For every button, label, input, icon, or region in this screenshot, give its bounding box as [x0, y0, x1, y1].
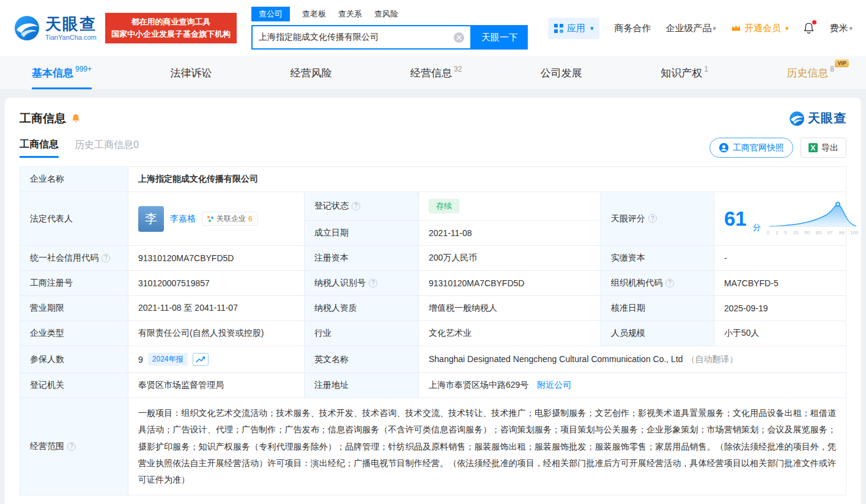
excel-icon: [809, 143, 818, 152]
subtab-current-info[interactable]: 工商信息: [20, 138, 59, 158]
reg-number-value: 310120007519857: [128, 271, 305, 296]
search-tab-relation[interactable]: 查关系: [338, 7, 362, 21]
approval-date-value: 2025-09-19: [714, 296, 846, 321]
table-row: 登记机关 奉贤区市场监督管理局 注册地址 上海市奉贤区场中路629号 附近公司: [20, 373, 846, 398]
score-unit: 分: [753, 222, 761, 233]
subtab-actions: 工商官网快照 导出: [709, 138, 846, 158]
search-tab-risk[interactable]: 查风险: [374, 7, 398, 21]
tab-basic-info[interactable]: 基本信息 999+: [32, 56, 92, 89]
company-name-label: 企业名称: [20, 167, 128, 192]
tianyancha-logo-icon: [789, 111, 805, 127]
help-icon[interactable]: ?: [648, 214, 657, 223]
tab-label: 经营信息: [410, 66, 452, 80]
table-row: 营业期限 2021-11-08 至 2041-11-07 纳税人资质 增值税一般…: [20, 296, 846, 321]
legal-rep-avatar[interactable]: 李: [138, 206, 164, 232]
search-area: 查公司 查老板 查关系 查风险 天眼一下: [251, 7, 528, 50]
section-title: 工商信息: [20, 111, 66, 127]
chevron-down-icon: ▾: [590, 24, 594, 32]
table-row: 企业名称 上海指定能成文化传播有限公司: [20, 167, 846, 192]
card-header: 工商信息 天眼查: [20, 110, 846, 127]
tab-legal-proceedings[interactable]: 法律诉讼: [170, 56, 212, 89]
legal-rep-cell: 李 李嘉格 关联企业 6: [128, 192, 305, 246]
card-brand-logo: 天眼查: [789, 110, 846, 127]
tianyancha-logo-icon: [13, 15, 40, 42]
staff-size-label: 人员规模: [601, 321, 714, 346]
search-tabs: 查公司 查老板 查关系 查风险: [251, 7, 528, 21]
nearby-companies-link[interactable]: 附近公司: [537, 380, 571, 390]
table-row: 经营范围? 一般项目：组织文化艺术交流活动；技术服务、技术开发、技术咨询、技术交…: [20, 398, 846, 495]
user-menu[interactable]: 费米 ▾: [829, 23, 853, 34]
help-icon[interactable]: ?: [665, 279, 674, 287]
snapshot-person-icon: [719, 143, 729, 153]
score-label: 天眼评分?: [601, 192, 714, 246]
slogan-banner: 都在用的商业查询工具 国家中小企业发展子基金旗下机构: [105, 13, 237, 43]
tab-label: 法律诉讼: [170, 66, 212, 80]
table-row: 统一社会信用代码? 91310120MA7CBYFD5D 注册资本 200万人民…: [20, 246, 846, 271]
enterprise-products-menu[interactable]: 企业级产品 ▾: [665, 23, 716, 34]
taxpayer-id-value: 91310120MA7CBYFD5D: [419, 271, 601, 296]
org-code-value: MA7CBYFD-5: [714, 271, 846, 296]
username: 费米: [829, 23, 848, 34]
tianyancha-logo[interactable]: 天眼查 TianYanCha.com: [13, 15, 97, 42]
search-input[interactable]: [259, 32, 454, 42]
reg-number-label: 工商注册号: [20, 271, 128, 296]
score-value: 61: [724, 209, 747, 229]
official-snapshot-button[interactable]: 工商官网快照: [709, 138, 793, 158]
industry-label: 行业: [305, 321, 419, 346]
notifications-bell[interactable]: [803, 22, 815, 34]
tab-count-badge: 999+: [75, 65, 92, 73]
slogan-line2: 国家中小企业发展子基金旗下机构: [111, 28, 231, 40]
search-tab-boss[interactable]: 查老板: [302, 7, 326, 21]
vip-label: 开通会员: [744, 23, 781, 34]
business-term-value: 2021-11-08 至 2041-11-07: [128, 296, 305, 321]
snapshot-button-label: 工商官网快照: [733, 143, 784, 154]
subscribe-bell-icon[interactable]: [71, 113, 81, 124]
reg-status-label: 登记状态?: [305, 192, 419, 221]
help-icon[interactable]: ?: [67, 442, 76, 451]
tab-label: 知识产权: [661, 66, 702, 80]
tab-label: 经营风险: [291, 66, 332, 80]
table-row: 法定代表人 李 李嘉格 关联企业 6: [20, 192, 846, 221]
help-icon[interactable]: ?: [352, 202, 360, 210]
search-box: [251, 25, 472, 50]
tab-history-info[interactable]: 历史信息 8 VIP: [786, 56, 834, 89]
establish-date-label: 成立日期: [305, 221, 419, 246]
tab-company-development[interactable]: 公司发展: [541, 56, 582, 89]
company-type-label: 企业类型: [20, 321, 128, 346]
apps-menu[interactable]: 应用 ▾: [548, 18, 600, 39]
business-cooperation-link[interactable]: 商务合作: [614, 23, 651, 34]
export-button[interactable]: 导出: [801, 138, 846, 158]
tab-label: 基本信息: [32, 66, 73, 80]
taxpayer-quality-value: 增值税一般纳税人: [419, 296, 601, 321]
auto-translate-note: （自动翻译）: [687, 354, 738, 365]
help-icon[interactable]: ?: [102, 254, 110, 262]
english-name-cell: Shanghai Designated Nengcheng Cultural C…: [419, 346, 846, 373]
vip-upgrade-link[interactable]: 开通会员 ▾: [731, 23, 789, 34]
tab-business-info[interactable]: 经营信息 32: [410, 56, 462, 89]
tab-operating-risk[interactable]: 经营风险: [291, 56, 332, 89]
logo-subtitle: TianYanCha.com: [45, 34, 97, 41]
business-scope-value: 一般项目：组织文化艺术交流活动；技术服务、技术开发、技术咨询、技术交流、技术转让…: [138, 405, 836, 488]
score-axis-ticks: 01 515 5085 9799 100: [767, 230, 859, 235]
tab-count-badge: 1: [704, 65, 708, 73]
subtab-history-info[interactable]: 历史工商信息0: [75, 139, 139, 157]
chart-trend-icon[interactable]: [193, 353, 209, 366]
help-icon[interactable]: ?: [369, 279, 377, 287]
related-companies-badge[interactable]: 关联企业 6: [202, 212, 257, 226]
paid-capital-label: 实缴资本: [601, 246, 714, 271]
clear-icon[interactable]: [454, 32, 464, 43]
reg-status-cell: 存续: [419, 192, 601, 221]
staff-size-value: 小于50人: [714, 321, 846, 346]
search-tab-company[interactable]: 查公司: [251, 7, 290, 21]
legal-rep-name-link[interactable]: 李嘉格: [170, 213, 196, 224]
table-row: 工商注册号 310120007519857 纳税人识别号? 91310120MA…: [20, 271, 846, 296]
registry-label: 登记机关: [20, 373, 128, 398]
taxpayer-id-label: 纳税人识别号?: [305, 271, 419, 296]
paid-capital-value: -: [714, 246, 846, 271]
insured-count-cell: 9 2024年报: [128, 346, 305, 373]
annual-report-badge[interactable]: 2024年报: [148, 353, 188, 366]
tab-intellectual-property[interactable]: 知识产权 1: [661, 56, 708, 89]
business-registration-table: 企业名称 上海指定能成文化传播有限公司 法定代表人 李 李嘉格: [20, 166, 846, 495]
taxpayer-quality-label: 纳税人资质: [305, 296, 419, 321]
search-button[interactable]: 天眼一下: [472, 25, 528, 50]
